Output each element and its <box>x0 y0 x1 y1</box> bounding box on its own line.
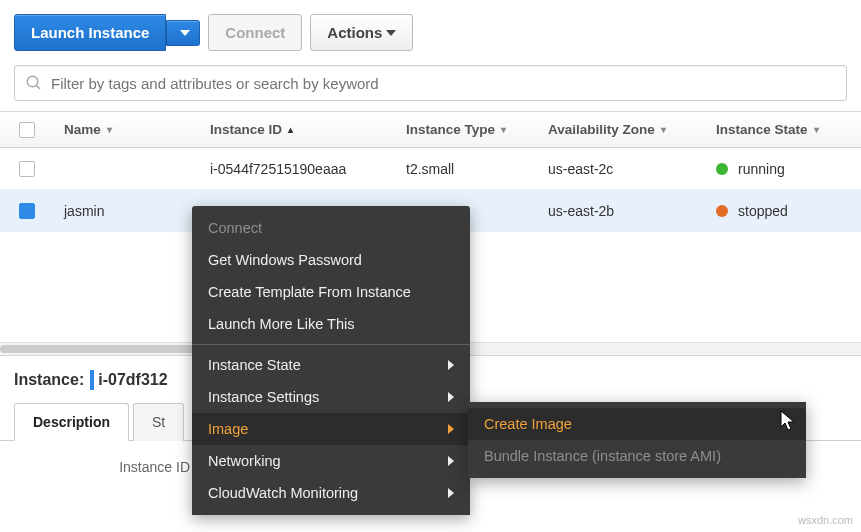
chevron-right-icon <box>448 424 454 434</box>
row-checkbox[interactable] <box>19 161 35 177</box>
col-instance-type[interactable]: Instance Type▾ <box>396 122 538 137</box>
tab-status[interactable]: St <box>133 403 184 441</box>
cell-state: stopped <box>706 203 856 219</box>
chevron-right-icon <box>448 392 454 402</box>
status-dot-running <box>716 163 728 175</box>
status-dot-stopped <box>716 205 728 217</box>
launch-instance-dropdown[interactable] <box>166 20 200 46</box>
chevron-right-icon <box>448 456 454 466</box>
table-header: Name▾ Instance ID▴ Instance Type▾ Availa… <box>0 112 861 148</box>
svg-line-1 <box>36 85 40 89</box>
ctx-create-template[interactable]: Create Template From Instance <box>192 276 470 308</box>
row-checkbox[interactable] <box>19 203 35 219</box>
col-name[interactable]: Name▾ <box>54 122 200 137</box>
actions-button[interactable]: Actions <box>310 14 413 51</box>
search-bar <box>0 65 861 111</box>
launch-instance-button[interactable]: Launch Instance <box>14 14 166 51</box>
ctx-instance-settings[interactable]: Instance Settings <box>192 381 470 413</box>
col-availability-zone[interactable]: Availability Zone▾ <box>538 122 706 137</box>
ctx-get-windows-password[interactable]: Get Windows Password <box>192 244 470 276</box>
ctx-networking[interactable]: Networking <box>192 445 470 477</box>
chevron-right-icon <box>448 488 454 493</box>
detail-label: Instance: <box>14 371 84 389</box>
cell-state: running <box>706 161 856 177</box>
sub-bundle-instance: Bundle Instance (instance store AMI) <box>468 440 806 472</box>
selection-indicator <box>90 370 94 390</box>
detail-key: Instance ID <box>14 459 214 475</box>
detail-instance-id: i-07df312 <box>98 371 167 389</box>
ctx-launch-more[interactable]: Launch More Like This <box>192 308 470 340</box>
cell-instance-type: t2.small <box>396 161 538 177</box>
tab-description[interactable]: Description <box>14 403 129 441</box>
ctx-instance-state[interactable]: Instance State <box>192 349 470 381</box>
col-instance-state[interactable]: Instance State▾ <box>706 122 856 137</box>
chevron-down-icon <box>180 30 190 36</box>
cell-az: us-east-2b <box>538 203 706 219</box>
svg-point-0 <box>27 76 38 87</box>
connect-button: Connect <box>208 14 302 51</box>
search-input[interactable] <box>51 75 836 92</box>
mouse-cursor-icon <box>780 410 800 434</box>
toolbar: Launch Instance Connect Actions <box>0 0 861 65</box>
scrollbar-thumb[interactable] <box>0 345 210 353</box>
chevron-right-icon <box>448 360 454 370</box>
context-menu: Connect Get Windows Password Create Temp… <box>192 206 470 493</box>
ctx-cloudwatch[interactable]: CloudWatch Monitoring <box>192 477 470 493</box>
chevron-down-icon <box>386 30 396 36</box>
search-icon <box>25 74 43 92</box>
cell-instance-id: i-0544f72515190eaaa <box>200 161 396 177</box>
ctx-image[interactable]: Image <box>192 413 470 445</box>
cell-az: us-east-2c <box>538 161 706 177</box>
context-menu-separator <box>192 344 470 345</box>
sub-create-image[interactable]: Create Image <box>468 408 806 440</box>
table-row[interactable]: i-0544f72515190eaaa t2.small us-east-2c … <box>0 148 861 190</box>
col-instance-id[interactable]: Instance ID▴ <box>200 122 396 137</box>
ctx-connect: Connect <box>192 212 470 244</box>
image-submenu: Create Image Bundle Instance (instance s… <box>468 402 806 478</box>
cell-name: jasmin <box>54 203 200 219</box>
select-all-checkbox[interactable] <box>19 122 35 138</box>
